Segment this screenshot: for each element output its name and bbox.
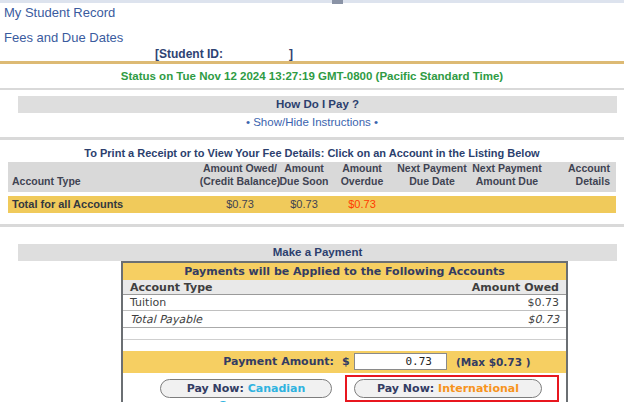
payment-box: Payments will be Applied to the Followin… bbox=[121, 261, 568, 402]
payment-amount-label: Payment Amount: bbox=[223, 355, 334, 368]
payment-amount-input[interactable] bbox=[354, 353, 447, 370]
student-id-close: ] bbox=[289, 47, 293, 61]
payment-row-tuition: Tuition $0.73 bbox=[123, 295, 566, 311]
page-title: My Student Record bbox=[4, 5, 115, 20]
tuition-amount: $0.73 bbox=[528, 296, 560, 309]
show-hide-instructions-link[interactable]: • Show/Hide Instructions • bbox=[0, 116, 624, 128]
international-currency-label: International Currency bbox=[420, 382, 519, 402]
total-row-label: Total for all Accounts bbox=[12, 198, 123, 210]
status-timestamp: Status on Tue Nov 12 2024 13:27:19 GMT-0… bbox=[0, 70, 624, 82]
make-a-payment-header: Make a Payment bbox=[18, 244, 617, 261]
payment-amount-row: Payment Amount: $ (Max $0.73 ) bbox=[123, 351, 566, 373]
total-accounts-row[interactable]: Total for all Accounts $0.73 $0.73 $0.73 bbox=[8, 196, 616, 213]
divider bbox=[0, 137, 624, 140]
fees-table-header: Account Type Amount Owed/ (Credit Balanc… bbox=[8, 162, 616, 192]
student-record-page: My Student Record Fees and Due Dates [St… bbox=[0, 0, 624, 402]
total-amount-overdue: $0.73 bbox=[312, 198, 412, 210]
currency-symbol: $ bbox=[342, 355, 350, 368]
payment-col-amount-owed: Amount Owed bbox=[472, 281, 559, 294]
divider bbox=[0, 224, 624, 227]
pay-now-prefix: Pay Now: bbox=[187, 382, 244, 395]
table-instruction: To Print a Receipt or to View Your Fee D… bbox=[0, 147, 624, 159]
tuition-label: Tuition bbox=[130, 296, 166, 309]
payment-row-total-payable: Total Payable $0.73 bbox=[123, 311, 566, 328]
payment-box-title: Payments will be Applied to the Followin… bbox=[123, 263, 566, 280]
total-payable-label: Total Payable bbox=[130, 313, 202, 326]
gold-divider bbox=[0, 61, 624, 64]
student-id: [Student ID: ] bbox=[155, 47, 293, 61]
col-account-details: Account Details bbox=[534, 162, 614, 188]
max-amount-note: (Max $0.73 ) bbox=[456, 356, 530, 368]
total-payable-amount: $0.73 bbox=[528, 313, 560, 326]
payment-table-header: Account Type Amount Owed bbox=[123, 280, 566, 295]
payment-col-account-type: Account Type bbox=[130, 281, 213, 294]
top-edge-line bbox=[0, 0, 624, 3]
pay-now-prefix: Pay Now: bbox=[377, 382, 434, 395]
divider bbox=[0, 88, 624, 90]
pay-now-international-button[interactable]: Pay Now: International Currency bbox=[354, 379, 542, 398]
pay-now-canadian-button[interactable]: Pay Now: Canadian Currency bbox=[160, 379, 332, 398]
col-account-type: Account Type bbox=[12, 175, 162, 188]
divider bbox=[123, 339, 566, 340]
top-edge-artifact bbox=[332, 0, 343, 4]
student-id-open: [Student ID: bbox=[155, 47, 223, 61]
how-do-i-pay-header: How Do I Pay ? bbox=[18, 96, 617, 113]
section-title: Fees and Due Dates bbox=[4, 30, 123, 45]
